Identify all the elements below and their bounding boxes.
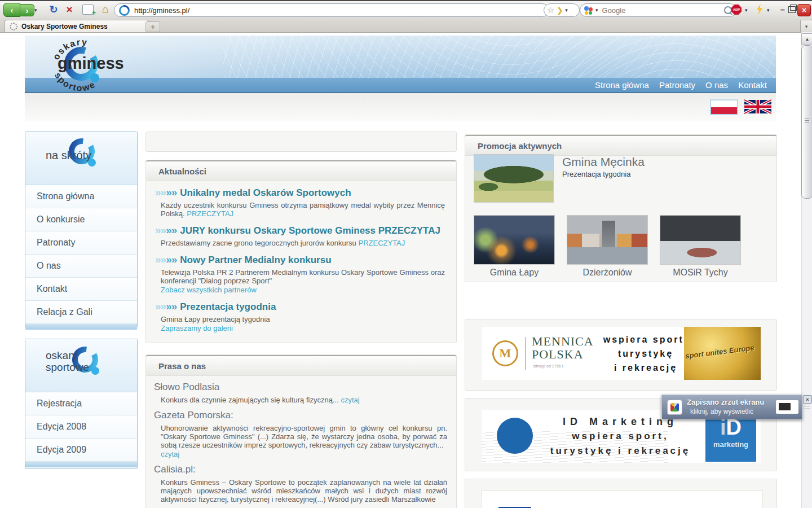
stop-button[interactable]: × [63,4,76,15]
id-marketing-slogan: ID Marketing wspiera sport, turystykę i … [541,414,700,458]
press-item: Gazeta Pomorska: Uhonorowanie aktywności… [146,404,456,458]
mennica-logo-icon: M [492,340,518,366]
search-go-icon[interactable] [724,6,732,14]
sidebar-shortcuts-box: na skróty Strona główna O konkursie Patr… [25,132,138,327]
sidebar-item-o-nas[interactable]: O nas [25,255,137,278]
sidebar-item-patronaty[interactable]: Patronaty [25,231,137,255]
site-favicon-icon [117,3,131,17]
news-link[interactable]: Zapraszamy do galerii [161,324,445,332]
promo-feature-name[interactable]: Gmina Męcinka [562,155,645,169]
sidebar-editions-logo: oskary sportowe [25,339,137,392]
chevrons-icon: »» [155,253,166,265]
promo-panel: Promocja aktywnych Gmina Męcinka Prezent… [465,134,777,282]
chevrons-icon: »» [155,186,166,198]
promo-thumb-dzierzoniow[interactable] [567,215,648,265]
adblock-caret[interactable]: ▾ [745,7,748,13]
id-marketing-logo: iD marketing [705,412,756,462]
minimize-button[interactable]: – [778,5,787,14]
search-box[interactable]: ▾ [580,3,736,17]
refresh-button[interactable]: ↻ [47,4,60,15]
bookmark-caret[interactable]: ▾ [565,7,568,13]
news-link[interactable]: PRZECZYTAJ [358,239,405,247]
url-input[interactable] [133,6,544,15]
sidebar-editions-box: oskary sportowe Rejestracja Edycja 2008 … [25,339,138,469]
chevrons-icon: »» [166,300,176,312]
toast-subtitle: kliknij, aby wyświetlić [690,408,753,415]
news-body: Przedstawiamy zacne grono tegorocznych j… [155,237,447,247]
chevrons-icon: »» [166,186,176,198]
nav-link-strona-glowna[interactable]: Strona główna [595,80,649,90]
sidebar-item-edycja-2008[interactable]: Edycja 2008 [25,415,137,439]
press-link[interactable]: czytaj [161,450,447,458]
tab-list-dropdown[interactable]: ▾ [800,20,812,33]
logo-name: gminess [58,54,124,72]
bookmark-star-icon[interactable]: ☆ [547,5,554,15]
press-item: Calisia.pl: Konkurs Gminess – Oskary Spo… [146,458,456,503]
site-logo[interactable]: oskary gminess sportowe [34,37,130,91]
new-window-icon[interactable]: + [82,5,94,15]
screenshot-toast[interactable]: Zapisano zrzut ekranu kliknij, aby wyświ… [661,395,802,419]
promo-thumb-tychy[interactable] [660,215,741,265]
news-link[interactable]: Zobacz wszystkich partnerów [161,286,445,294]
active-tab[interactable]: Oskary Sportowe Gminess [5,20,149,32]
promo-thumb-caption: Gmina Łapy [473,268,555,278]
blue-circle-icon [497,418,533,454]
promo-thumb-caption: Dzierżoniów [566,268,648,278]
nav-history-caret[interactable]: ▾ [34,7,37,13]
eu-banner[interactable] [481,491,763,508]
lightning-icon[interactable] [756,4,764,15]
tab-bar: Oskary Sportowe Gminess + ▾ [0,18,812,33]
sidebar-item-strona-glowna[interactable]: Strona główna [25,185,137,208]
feed-chevron-icon[interactable]: ❯ [557,6,563,15]
flags-band [25,93,776,121]
promo-thumb-lapy[interactable] [474,215,555,265]
press-link[interactable]: czytaj [341,396,359,404]
scrollbar-up-button[interactable]: ▲ [801,33,812,45]
sidebar-item-rejestracja[interactable]: Rejestracja [25,392,137,415]
press-body: Konkurs Gminess – Oskary Sportowe to poc… [146,475,456,503]
press-panel-title: Prasa o nas [146,355,456,376]
sidebar-box-footer [25,324,137,330]
news-heading[interactable]: »»»»JURY konkursu Oskary Sportowe Gmines… [155,224,447,237]
divider [525,337,526,370]
sidebar-item-relacja-z-gali[interactable]: Relacja z Gali [25,301,137,324]
back-button[interactable]: ‹ [3,3,20,17]
forward-button[interactable]: › [20,4,34,16]
restore-button[interactable] [788,6,796,13]
promo-panel-title: Promocja aktywnych [465,135,776,156]
news-link[interactable]: PRZECZYTAJ [187,209,233,218]
url-bar[interactable] [114,3,549,17]
toast-close-button[interactable]: × [803,395,812,404]
sidebar-item-o-konkursie[interactable]: O konkursie [25,208,137,231]
nav-link-patronaty[interactable]: Patronaty [659,80,695,90]
scrollbar-thumb[interactable] [801,45,812,199]
press-source: Calisia.pl: [146,458,456,475]
press-source: Słowo Podlasia [146,376,456,393]
search-input[interactable] [601,6,721,15]
news-heading[interactable]: »»»»Nowy Partner Medialny konkursu [155,253,447,266]
news-heading[interactable]: »»»»Unikalny medal Oskarów Sportowych [155,186,447,199]
close-button[interactable]: × [797,4,811,16]
nav-link-kontakt[interactable]: Kontakt [738,80,767,90]
search-engine-icon[interactable] [584,6,593,15]
promo-feature-subtitle: Prezentacja tygodnia [562,170,630,178]
news-panel-title: Aktualności [146,160,456,181]
nav-link-o-nas[interactable]: O nas [705,80,728,90]
screen: ‹ › ▾ ↻ × + ⌂ ☆ ❯ ▾ ▾ ABP ▾ ▾ – × [0,0,812,508]
new-tab-button[interactable]: + [145,21,160,32]
search-engine-caret[interactable]: ▾ [595,7,598,13]
promo-feature-photo[interactable] [474,154,554,203]
header-nav: Strona główna Patronaty O nas Kontakt [25,78,776,92]
flag-polish[interactable] [710,99,738,115]
tab-spinner-icon [10,23,17,30]
home-button[interactable]: ⌂ [99,3,112,16]
mennica-banner[interactable]: M Mennica Polska Istnieje od 1766 r. wsp… [482,327,761,380]
tab-title: Oskary Sportowe Gminess [21,23,108,30]
news-heading[interactable]: »»»»Prezentacja tygodnia [155,300,447,313]
sidebar-editions-title: oskary sportowe [46,349,89,373]
lightning-caret[interactable]: ▾ [767,7,770,13]
flag-english[interactable] [744,99,771,114]
sidebar-item-kontakt[interactable]: Kontakt [25,278,137,301]
sidebar-item-edycja-2009[interactable]: Edycja 2009 [25,439,137,462]
content-top-bar [145,132,457,152]
